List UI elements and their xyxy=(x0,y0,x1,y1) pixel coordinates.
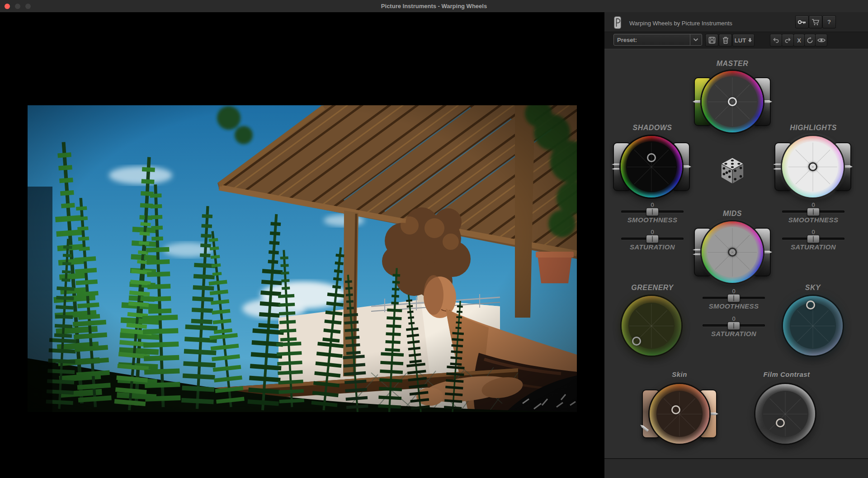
ear-notch-icon xyxy=(693,253,703,255)
ear-notch-icon xyxy=(843,165,853,168)
reset-circular-arrow-icon xyxy=(807,37,813,44)
redo-arrow-icon xyxy=(784,37,791,43)
mids-label: MIDS xyxy=(683,210,782,218)
master-indicator[interactable] xyxy=(728,97,737,106)
ear-notch-icon xyxy=(762,100,772,103)
plugin-footer xyxy=(604,459,868,478)
highlights-saturation-track[interactable] xyxy=(782,238,844,240)
app-window: Picture Instruments - Warping Wheels xyxy=(0,0,868,478)
smoothness-label: SMOOTHNESS xyxy=(777,216,849,224)
highlights-smoothness-track[interactable] xyxy=(782,211,844,213)
sky-label: SKY xyxy=(763,284,863,292)
master-wheel[interactable] xyxy=(702,71,763,132)
mids-smoothness-slider-group: 0 SMOOTHNESS xyxy=(698,288,770,310)
preset-label: Preset: xyxy=(617,37,637,43)
ear-notch-icon xyxy=(612,164,622,165)
ear-notch-icon xyxy=(693,100,703,103)
picture-instruments-logo xyxy=(614,16,621,29)
shop-button[interactable] xyxy=(809,15,822,28)
film-contrast-face[interactable] xyxy=(762,391,808,437)
ear-notch-icon xyxy=(762,251,772,253)
ear-notch-icon xyxy=(693,249,703,251)
trash-icon xyxy=(722,37,729,44)
skin-label: Skin xyxy=(630,370,729,378)
shadows-wheel-face[interactable] xyxy=(626,141,677,192)
film-contrast-wheel[interactable] xyxy=(755,384,815,444)
shadows-wheel[interactable] xyxy=(621,136,682,197)
lut-label: LUT xyxy=(735,37,746,44)
preview-canvas xyxy=(0,12,604,478)
saturation-label: SATURATION xyxy=(777,243,849,251)
ear-notch-icon xyxy=(612,168,622,170)
highlights-saturation-thumb[interactable] xyxy=(807,234,820,243)
skin-wheel-face[interactable] xyxy=(656,391,703,437)
mids-saturation-thumb[interactable] xyxy=(727,321,740,330)
shadows-saturation-thumb[interactable] xyxy=(646,234,659,243)
skin-indicator[interactable] xyxy=(671,405,680,414)
clear-label: X xyxy=(797,37,801,44)
help-label: ? xyxy=(827,19,831,25)
highlights-indicator[interactable] xyxy=(808,162,817,171)
shadows-smoothness-thumb[interactable] xyxy=(646,207,659,216)
ear-notch-icon xyxy=(708,412,718,415)
greenery-label: GREENERY xyxy=(603,284,702,292)
preview-image xyxy=(28,105,577,412)
sky-indicator[interactable] xyxy=(806,300,815,309)
reset-button[interactable] xyxy=(804,34,816,47)
smoothness-label: SMOOTHNESS xyxy=(698,302,770,310)
undo-button[interactable] xyxy=(770,34,782,47)
clear-button[interactable]: X xyxy=(793,34,805,47)
sky-wheel-face[interactable] xyxy=(790,303,836,349)
shadows-saturation-track[interactable] xyxy=(621,238,684,240)
mids-indicator[interactable] xyxy=(728,248,737,257)
ear-notch-icon xyxy=(773,168,783,170)
save-preset-button[interactable] xyxy=(705,34,718,47)
film-contrast-indicator[interactable] xyxy=(776,418,785,427)
highlights-wheel[interactable] xyxy=(782,136,844,197)
master-label: MASTER xyxy=(683,60,782,68)
preview-toggle-button[interactable] xyxy=(815,34,827,47)
key-icon xyxy=(797,19,807,25)
mids-smoothness-track[interactable] xyxy=(703,297,765,299)
ear-notch-icon xyxy=(773,164,783,165)
highlights-label: HIGHLIGHTS xyxy=(764,124,863,132)
mids-saturation-slider-group: 0 SATURATION xyxy=(698,315,770,337)
randomize-button[interactable] xyxy=(719,157,745,185)
saturation-label: SATURATION xyxy=(698,330,770,337)
license-button[interactable] xyxy=(795,15,809,28)
chevron-down-icon xyxy=(690,34,698,45)
save-icon xyxy=(708,37,716,44)
greenery-indicator[interactable] xyxy=(632,337,641,346)
plugin-title: Warping Wheels by Picture Instruments xyxy=(629,20,732,27)
eye-icon xyxy=(817,37,826,43)
shadows-smoothness-track[interactable] xyxy=(621,211,684,213)
delete-preset-button[interactable] xyxy=(719,34,732,47)
saturation-label: SATURATION xyxy=(616,243,689,251)
ear-notch-icon xyxy=(681,165,691,168)
undo-arrow-icon xyxy=(773,37,779,43)
skin-wheel[interactable] xyxy=(650,384,709,444)
mids-smoothness-thumb[interactable] xyxy=(727,294,740,302)
download-arrow-icon xyxy=(748,38,752,43)
highlights-saturation-slider-group: 0 SATURATION xyxy=(777,229,849,251)
dice-icon xyxy=(719,157,745,185)
highlights-smoothness-slider-group: 0 SMOOTHNESS xyxy=(777,202,849,224)
shadows-saturation-slider-group: 0 SATURATION xyxy=(616,229,689,251)
lut-export-button[interactable]: LUT xyxy=(732,34,755,47)
shadows-indicator[interactable] xyxy=(647,153,656,162)
window-title: Picture Instruments - Warping Wheels xyxy=(0,3,868,9)
smoothness-label: SMOOTHNESS xyxy=(616,216,689,224)
shadows-label: SHADOWS xyxy=(603,124,702,132)
cart-icon xyxy=(811,19,820,26)
film-contrast-label: Film Contrast xyxy=(737,370,836,378)
greenery-wheel[interactable] xyxy=(622,296,681,356)
preset-dropdown[interactable]: Preset: xyxy=(613,34,702,46)
mids-wheel[interactable] xyxy=(702,221,763,283)
sky-wheel[interactable] xyxy=(783,296,843,356)
highlights-smoothness-thumb[interactable] xyxy=(807,207,820,216)
mids-saturation-track[interactable] xyxy=(703,324,765,327)
redo-button[interactable] xyxy=(782,34,794,47)
shadows-smoothness-slider-group: 0 SMOOTHNESS xyxy=(616,202,689,224)
window-titlebar: Picture Instruments - Warping Wheels xyxy=(0,0,868,13)
help-button[interactable]: ? xyxy=(822,15,836,28)
